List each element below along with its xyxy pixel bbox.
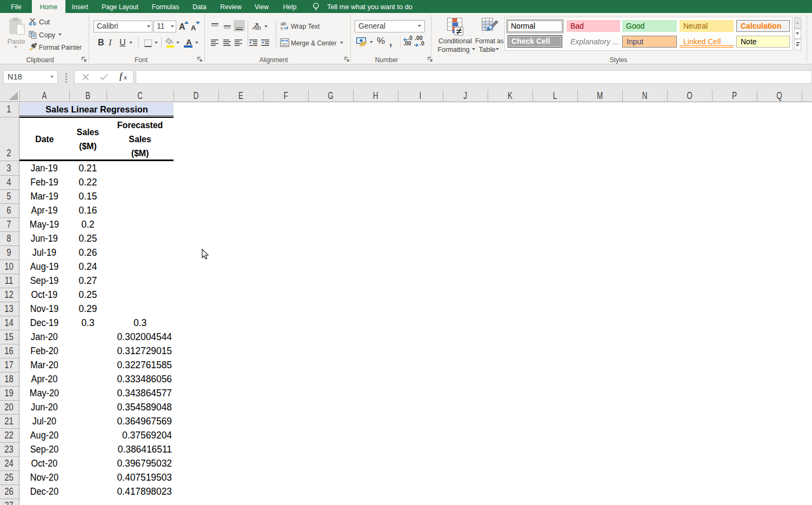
svg-text:ab: ab bbox=[255, 24, 261, 31]
svg-text:c: c bbox=[281, 25, 283, 30]
